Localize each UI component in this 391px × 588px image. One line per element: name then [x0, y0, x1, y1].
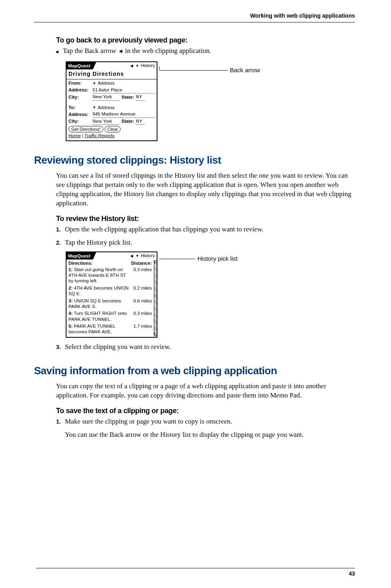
callout-back-arrow: Back arrow [230, 66, 260, 74]
address-label: Address: [69, 112, 91, 118]
direction-row: 3: UNION SQ E becomes PARK AVE S.0.8 mil… [69, 298, 153, 310]
step-text: Tap the History pick list. [65, 238, 355, 247]
dropdown-icon[interactable]: ▼ [135, 63, 139, 68]
page-title: Driving Directions [69, 70, 155, 78]
to-type[interactable]: Address [98, 105, 115, 111]
direction-row: 5: PARK AVE TUNNEL becomes PARK AVE.1.7 … [69, 323, 153, 335]
to-address-input[interactable]: 945 Madison Avenue [93, 111, 155, 118]
history-picklist[interactable]: History [141, 253, 155, 259]
device-screenshot-1: MapQuest ◄ ▼ History Driving Directions … [66, 61, 157, 141]
paragraph: You can copy the text of a clipping or a… [56, 382, 355, 400]
from-state-input[interactable]: NY [136, 94, 145, 101]
from-label: From: [69, 80, 91, 87]
running-header: Working with web clipping applications [34, 12, 355, 22]
history-picklist[interactable]: History [141, 63, 155, 69]
paragraph: You can see a list of stored clippings i… [56, 171, 355, 208]
subheading-save: To save the text of a clipping or page: [56, 406, 355, 416]
app-title: MapQuest [67, 252, 93, 260]
col-directions: Directions: [69, 260, 129, 267]
device-screenshot-2: MapQuest ◄ ▼ History Directions: Distanc… [66, 251, 157, 338]
to-state-input[interactable]: NY [136, 118, 145, 125]
bullet-text: Tap the Back arrow ◄ in the web clipping… [63, 47, 212, 56]
get-directions-button[interactable]: Get Directions! [69, 126, 103, 132]
subheading-go-back: To go back to a previously viewed page: [56, 35, 355, 45]
subheading-review: To review the History list: [56, 214, 355, 223]
back-arrow-icon[interactable]: ◄ [129, 253, 134, 259]
callout-history-picklist: History pick list [198, 255, 238, 263]
scrollbar[interactable] [154, 260, 157, 336]
step-text: Select the clipping you want to review. [65, 343, 355, 352]
state-label: State: [121, 94, 134, 101]
step-number: 3. [56, 343, 65, 351]
col-distance: Distance: [129, 260, 153, 267]
from-address-input[interactable]: 51 Astor Place [93, 87, 155, 94]
section-heading-saving: Saving information from a web clipping a… [34, 364, 355, 378]
direction-row: 1: Start out going North on 4TH AVE towa… [69, 267, 153, 284]
bullet-icon: ■ [56, 49, 59, 55]
back-arrow-icon[interactable]: ◄ [129, 63, 134, 69]
home-link[interactable]: Home [69, 133, 81, 138]
traffic-link[interactable]: Traffic Reports [85, 133, 115, 138]
step-text: Open the web clipping application that h… [65, 225, 355, 234]
clear-button[interactable]: Clear [105, 126, 121, 132]
to-city-input[interactable]: New York [93, 118, 120, 125]
direction-row: 2: 4TH AVE becomes UNION SQ E.0.2 miles [69, 285, 153, 297]
app-title: MapQuest [67, 62, 93, 69]
to-label: To: [69, 105, 91, 111]
step-text: Make sure the clipping or page you want … [65, 417, 355, 426]
step-number: 1. [56, 225, 65, 233]
back-arrow-icon: ◄ [118, 48, 123, 55]
step-number: 1. [56, 417, 65, 426]
dropdown-icon[interactable]: ▼ [135, 253, 139, 258]
step-number: 2. [56, 238, 65, 247]
dropdown-icon[interactable]: ▼ [93, 81, 96, 86]
section-heading-history: Reviewing stored clippings: History list [34, 153, 355, 167]
city-label: City: [69, 118, 91, 125]
state-label: State: [121, 118, 134, 125]
dropdown-icon[interactable]: ▼ [93, 105, 96, 110]
page-number: 43 [36, 568, 355, 578]
from-type[interactable]: Address [98, 80, 115, 87]
from-city-input[interactable]: New York [93, 94, 120, 101]
address-label: Address: [69, 87, 91, 93]
step-subtext: You can use the Back arrow or the Histor… [65, 430, 355, 440]
direction-row: 4: Turn SLIGHT RIGHT onto PARK AVE TUNNE… [69, 310, 153, 322]
city-label: City: [69, 94, 91, 101]
